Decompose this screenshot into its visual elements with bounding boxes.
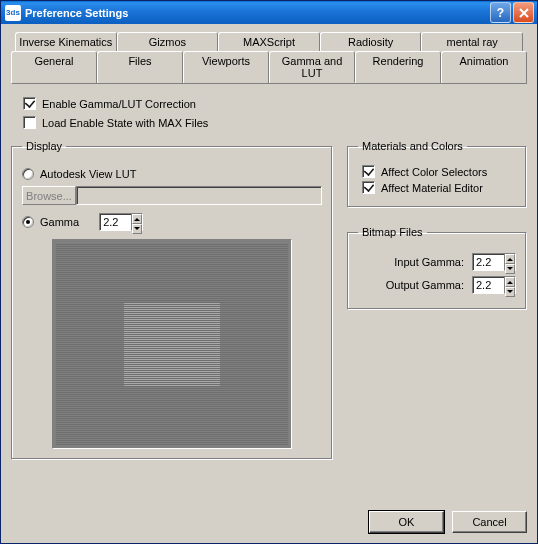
preview-inner — [124, 302, 220, 386]
autodesk-lut-label: Autodesk View LUT — [40, 168, 136, 180]
gamma-spinner-up[interactable] — [132, 214, 142, 224]
lut-path-field — [76, 186, 322, 205]
autodesk-lut-row[interactable]: Autodesk View LUT — [22, 168, 322, 180]
cancel-button[interactable]: Cancel — [452, 511, 527, 533]
tab-radiosity[interactable]: Radiosity — [320, 32, 422, 51]
gamma-spinner-down[interactable] — [132, 224, 142, 234]
tab-general[interactable]: General — [11, 51, 97, 83]
load-state-label: Load Enable State with MAX Files — [42, 117, 208, 129]
materials-group: Materials and Colors Affect Color Select… — [347, 140, 527, 208]
ok-button[interactable]: OK — [369, 511, 444, 533]
autodesk-lut-radio[interactable] — [22, 168, 34, 180]
bitmap-legend: Bitmap Files — [358, 226, 427, 238]
tab-inverse-kinematics[interactable]: Inverse Kinematics — [15, 32, 117, 51]
affect-editor-label: Affect Material Editor — [381, 182, 483, 194]
materials-legend: Materials and Colors — [358, 140, 467, 152]
output-gamma-label: Output Gamma: — [386, 279, 464, 291]
tab-animation[interactable]: Animation — [441, 51, 527, 83]
enable-gamma-row[interactable]: Enable Gamma/LUT Correction — [23, 97, 527, 110]
tab-gizmos[interactable]: Gizmos — [117, 32, 219, 51]
affect-selectors-row[interactable]: Affect Color Selectors — [362, 165, 516, 178]
bitmap-group: Bitmap Files Input Gamma: Output Gamma — [347, 226, 527, 310]
window-title: Preference Settings — [25, 7, 490, 19]
close-icon — [519, 8, 529, 18]
input-gamma-input[interactable] — [472, 253, 504, 271]
load-state-row[interactable]: Load Enable State with MAX Files — [23, 116, 527, 129]
close-button[interactable] — [513, 2, 534, 23]
input-gamma-spinner[interactable] — [472, 253, 516, 271]
tab-viewports[interactable]: Viewports — [183, 51, 269, 83]
load-state-checkbox[interactable] — [23, 116, 36, 129]
gamma-radio[interactable] — [22, 216, 34, 228]
enable-gamma-checkbox[interactable] — [23, 97, 36, 110]
enable-gamma-label: Enable Gamma/LUT Correction — [42, 98, 196, 110]
tab-gamma-and-lut[interactable]: Gamma and LUT — [269, 51, 355, 83]
tab-rendering[interactable]: Rendering — [355, 51, 441, 83]
output-gamma-input[interactable] — [472, 276, 504, 294]
affect-editor-row[interactable]: Affect Material Editor — [362, 181, 516, 194]
gamma-spinner[interactable] — [99, 213, 143, 231]
display-legend: Display — [22, 140, 66, 152]
preference-settings-window: 3ds Preference Settings ? Inverse Kinema… — [0, 0, 538, 544]
affect-selectors-label: Affect Color Selectors — [381, 166, 487, 178]
input-gamma-label: Input Gamma: — [394, 256, 464, 268]
help-button[interactable]: ? — [490, 2, 511, 23]
output-gamma-spinner[interactable] — [472, 276, 516, 294]
titlebar: 3ds Preference Settings ? — [1, 1, 537, 24]
gamma-preview — [52, 239, 292, 449]
gamma-input[interactable] — [99, 213, 131, 231]
input-gamma-up[interactable] — [505, 254, 515, 264]
app-icon: 3ds — [5, 5, 21, 21]
gamma-radio-label: Gamma — [40, 216, 79, 228]
gamma-radio-row[interactable]: Gamma — [22, 216, 79, 228]
display-group: Display Autodesk View LUT Browse... Gamm… — [11, 140, 333, 460]
input-gamma-down[interactable] — [505, 264, 515, 274]
tab-mental-ray[interactable]: mental ray — [421, 32, 523, 51]
output-gamma-down[interactable] — [505, 287, 515, 297]
tabs-container: Inverse Kinematics Gizmos MAXScript Radi… — [11, 32, 527, 84]
affect-selectors-checkbox[interactable] — [362, 165, 375, 178]
tab-maxscript[interactable]: MAXScript — [218, 32, 320, 51]
output-gamma-up[interactable] — [505, 277, 515, 287]
tab-files[interactable]: Files — [97, 51, 183, 83]
affect-editor-checkbox[interactable] — [362, 181, 375, 194]
browse-button[interactable]: Browse... — [22, 186, 76, 205]
